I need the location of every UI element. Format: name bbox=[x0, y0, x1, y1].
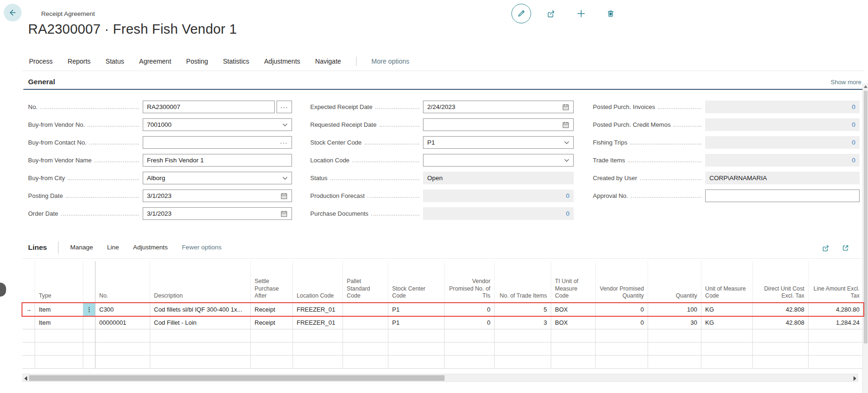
lines-menu-adjustments[interactable]: Adjustments bbox=[133, 244, 168, 251]
chevron-down-icon[interactable] bbox=[282, 123, 288, 127]
cell-type[interactable]: Item bbox=[35, 316, 83, 329]
order-date-input[interactable]: 3/1/2023 bbox=[143, 207, 292, 220]
cell-unit-of-measure-code[interactable]: KG bbox=[701, 316, 753, 329]
scroll-left-arrow-icon[interactable] bbox=[24, 376, 27, 381]
row-selector[interactable] bbox=[22, 316, 35, 329]
production-forecast-drilldown[interactable]: 0 bbox=[423, 189, 574, 202]
cell-quantity[interactable]: 100 bbox=[648, 303, 701, 316]
cell-pallet-standard-code[interactable] bbox=[343, 316, 388, 329]
lines-menu-line[interactable]: Line bbox=[107, 244, 119, 251]
cell-location-code[interactable]: FREEZER_01 bbox=[293, 303, 343, 316]
cell-unit-of-measure-code[interactable]: KG bbox=[701, 303, 753, 316]
line-row-2[interactable]: Item 00000001 Cod Fillet - Loin Receipt … bbox=[22, 316, 863, 329]
lines-menu-manage[interactable]: Manage bbox=[70, 244, 93, 251]
requested-receipt-date-input[interactable] bbox=[423, 118, 574, 131]
cell-settle-purchase-after[interactable]: Receipt bbox=[251, 303, 293, 316]
chevron-down-icon[interactable] bbox=[282, 176, 288, 180]
col-header-no[interactable]: No. bbox=[95, 261, 150, 303]
col-header-line-amount[interactable]: Line Amount Excl. Tax bbox=[809, 261, 863, 303]
row-selector-arrow-icon[interactable]: → bbox=[22, 303, 35, 316]
edit-button[interactable] bbox=[511, 4, 531, 23]
col-header-unit-of-measure-code[interactable]: Unit of Measure Code bbox=[701, 261, 753, 303]
location-code-input[interactable] bbox=[423, 154, 574, 167]
buy-from-city-input[interactable]: Alborg bbox=[143, 172, 292, 184]
scroll-up-arrow-icon[interactable] bbox=[864, 85, 868, 88]
empty-row[interactable] bbox=[22, 356, 863, 369]
posted-purch-credit-memos-drilldown[interactable]: 0 bbox=[705, 118, 860, 131]
calendar-icon[interactable] bbox=[280, 210, 288, 218]
empty-row[interactable] bbox=[22, 329, 863, 342]
lines-share-button[interactable] bbox=[820, 242, 832, 254]
cell-line-amount[interactable]: 1,284.24 bbox=[809, 316, 863, 329]
purchase-documents-drilldown[interactable]: 0 bbox=[423, 207, 574, 220]
col-header-direct-unit-cost[interactable]: Direct Unit Cost Excl. Tax bbox=[753, 261, 809, 303]
buy-from-vendor-name-input[interactable]: Fresh Fish Vendor 1 bbox=[143, 154, 292, 167]
col-header-stock-center-code[interactable]: Stock Center Code bbox=[388, 261, 445, 303]
vertical-scrollbar[interactable] bbox=[862, 83, 868, 393]
cell-direct-unit-cost[interactable]: 42.808 bbox=[753, 316, 809, 329]
chevron-down-icon[interactable] bbox=[564, 159, 569, 162]
col-header-vendor-promised-no-of-tis[interactable]: Vendor Promised No. of TIs bbox=[445, 261, 495, 303]
scroll-right-arrow-icon[interactable] bbox=[853, 376, 856, 381]
cell-no[interactable]: C300 bbox=[95, 303, 150, 316]
horizontal-scrollbar-thumb[interactable] bbox=[29, 375, 445, 381]
menu-item-navigate[interactable]: Navigate bbox=[315, 58, 341, 65]
posting-date-input[interactable]: 3/1/2023 bbox=[143, 189, 292, 202]
menu-item-reports[interactable]: Reports bbox=[68, 58, 91, 65]
cell-stock-center-code[interactable]: P1 bbox=[388, 316, 445, 329]
side-panel-handle[interactable] bbox=[0, 283, 6, 297]
cell-description[interactable]: Cod Fillet - Loin bbox=[150, 316, 251, 329]
ellipsis-assist-icon[interactable]: ··· bbox=[280, 139, 288, 146]
cell-ti-unit-of-measure-code[interactable]: BOX bbox=[551, 303, 596, 316]
expected-receipt-date-input[interactable]: 2/24/2023 bbox=[423, 101, 574, 113]
no-input[interactable]: RA2300007 bbox=[143, 101, 275, 113]
cell-stock-center-code[interactable]: P1 bbox=[388, 303, 445, 316]
col-header-location-code[interactable]: Location Code bbox=[293, 261, 343, 303]
col-header-quantity[interactable]: Quantity bbox=[648, 261, 701, 303]
menu-item-process[interactable]: Process bbox=[29, 58, 53, 65]
back-button[interactable] bbox=[4, 4, 22, 22]
buy-from-contact-no-input[interactable]: ··· bbox=[143, 136, 292, 149]
menu-item-status[interactable]: Status bbox=[106, 58, 124, 65]
cell-direct-unit-cost[interactable]: 42.808 bbox=[753, 303, 809, 316]
row-menu-dots-icon[interactable]: ⋮ bbox=[83, 303, 95, 316]
stock-center-code-input[interactable]: P1 bbox=[423, 136, 574, 149]
cell-settle-purchase-after[interactable]: Receipt bbox=[251, 316, 293, 329]
cell-no-of-trade-items[interactable]: 3 bbox=[495, 316, 551, 329]
cell-location-code[interactable]: FREEZER_01 bbox=[293, 316, 343, 329]
vertical-scrollbar-thumb[interactable] bbox=[864, 91, 868, 343]
cell-type[interactable]: Item bbox=[35, 303, 83, 316]
cell-vendor-promised-quantity[interactable]: 0 bbox=[596, 303, 648, 316]
cell-vendor-promised-no-of-tis[interactable]: 0 bbox=[445, 316, 495, 329]
col-header-settle-purchase-after[interactable]: Settle Purchase After bbox=[251, 261, 293, 303]
menu-item-agreement[interactable]: Agreement bbox=[139, 58, 171, 65]
more-options-link[interactable]: More options bbox=[372, 58, 409, 65]
chevron-down-icon[interactable] bbox=[564, 141, 569, 145]
lines-popout-button[interactable] bbox=[840, 242, 851, 254]
cell-description[interactable]: Cod fillets sl/bl IQF 300-400 1x... bbox=[150, 303, 251, 316]
share-button[interactable] bbox=[542, 4, 561, 23]
menu-item-adjustments[interactable]: Adjustments bbox=[264, 58, 300, 65]
col-header-description[interactable]: Description bbox=[150, 261, 251, 303]
buy-from-vendor-no-input[interactable]: 7001000 bbox=[143, 118, 292, 131]
cell-no[interactable]: 00000001 bbox=[95, 316, 150, 329]
col-header-vendor-promised-quantity[interactable]: Vendor Promised Quantity bbox=[596, 261, 648, 303]
trade-items-drilldown[interactable]: 0 bbox=[705, 154, 860, 167]
cell-quantity[interactable]: 30 bbox=[648, 316, 701, 329]
col-header-no-of-trade-items[interactable]: No. of Trade Items bbox=[495, 261, 551, 303]
fewer-options-link[interactable]: Fewer options bbox=[182, 244, 222, 251]
posted-purch-invoices-drilldown[interactable]: 0 bbox=[705, 101, 860, 113]
cell-ti-unit-of-measure-code[interactable]: BOX bbox=[551, 316, 596, 329]
fishing-trips-drilldown[interactable]: 0 bbox=[705, 136, 860, 149]
cell-vendor-promised-no-of-tis[interactable]: 0 bbox=[445, 303, 495, 316]
calendar-icon[interactable] bbox=[562, 121, 569, 129]
cell-vendor-promised-quantity[interactable]: 0 bbox=[596, 316, 648, 329]
horizontal-scrollbar[interactable] bbox=[22, 374, 858, 382]
show-more-link[interactable]: Show more bbox=[831, 79, 861, 86]
cell-line-amount[interactable]: 4,280.80 bbox=[809, 303, 863, 316]
calendar-icon[interactable] bbox=[562, 103, 569, 111]
menu-item-statistics[interactable]: Statistics bbox=[223, 58, 249, 65]
row-menu-cell[interactable] bbox=[83, 316, 95, 329]
no-assist-button[interactable]: ··· bbox=[277, 101, 292, 113]
col-header-ti-unit-of-measure-code[interactable]: TI Unit of Measure Code bbox=[551, 261, 596, 303]
